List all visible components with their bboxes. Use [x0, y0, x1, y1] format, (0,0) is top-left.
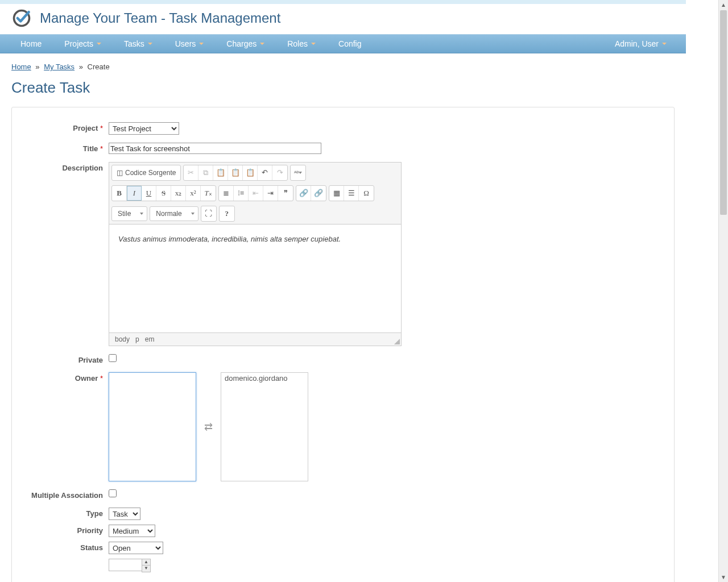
caret-down-icon: [662, 43, 667, 45]
form-panel: Project * Test Project Title * De: [11, 107, 675, 582]
breadcrumb-home[interactable]: Home: [11, 63, 31, 71]
owner-selected-listbox[interactable]: domenico.giordano: [221, 372, 308, 481]
navbar: HomeProjectsTasksUsersChargesRolesConfig…: [0, 34, 686, 53]
subscript-icon[interactable]: x₂: [171, 186, 186, 201]
chevron-down-icon: [140, 213, 143, 215]
nav-item-tasks[interactable]: Tasks: [113, 35, 164, 53]
paste-icon[interactable]: 📋: [213, 165, 228, 180]
page-title: Create Task: [11, 79, 675, 97]
nav-label: Roles: [287, 39, 308, 48]
status-select[interactable]: Open: [109, 542, 163, 554]
link-icon[interactable]: 🔗: [296, 186, 311, 201]
undo-icon[interactable]: ↶: [258, 165, 272, 180]
number-stepper-input[interactable]: [109, 559, 142, 571]
copy-icon[interactable]: ⧉: [198, 165, 213, 180]
label-type: Type: [23, 508, 109, 518]
editor-toolbar: ◫ Codice Sorgente ✂ ⧉ 📋 📋 📋 ↶: [109, 163, 401, 225]
nav-user-menu[interactable]: Admin, User: [603, 35, 678, 53]
priority-select[interactable]: Medium: [109, 525, 155, 537]
label-private: Private: [23, 354, 109, 364]
label-owner: Owner *: [23, 372, 109, 383]
strike-icon[interactable]: S: [156, 186, 171, 201]
title-input[interactable]: [109, 143, 321, 154]
type-select[interactable]: Task: [109, 508, 140, 520]
nav-item-charges[interactable]: Charges: [215, 35, 276, 53]
nav-label: Tasks: [124, 39, 144, 48]
label-priority: Priority: [23, 525, 109, 535]
resize-handle-icon[interactable]: [394, 339, 400, 344]
breadcrumb-sep: »: [33, 63, 42, 71]
bulleted-list-icon[interactable]: ⁝≡: [234, 186, 249, 201]
label-project: Project *: [23, 122, 109, 132]
scroll-down-icon[interactable]: ▼: [719, 572, 728, 582]
caret-down-icon: [311, 43, 316, 45]
path-p[interactable]: p: [135, 335, 139, 343]
nav-item-projects[interactable]: Projects: [53, 35, 113, 53]
format-dropdown[interactable]: Normale: [150, 206, 198, 221]
nav-item-users[interactable]: Users: [164, 35, 216, 53]
nav-label: Config: [338, 39, 361, 48]
paste-word-icon[interactable]: 📋: [243, 165, 258, 180]
special-char-icon[interactable]: Ω: [359, 186, 374, 201]
underline-icon[interactable]: U: [142, 186, 156, 201]
source-icon: ◫: [117, 169, 123, 177]
editor-body[interactable]: Vastus animus immoderata, incredibilia, …: [109, 225, 401, 332]
nav-item-config[interactable]: Config: [327, 35, 373, 53]
scroll-thumb[interactable]: [720, 10, 727, 215]
nav-item-home[interactable]: Home: [9, 35, 53, 53]
blockquote-icon[interactable]: ❞: [278, 186, 293, 201]
caret-down-icon: [199, 43, 204, 45]
stepper-down-icon[interactable]: ▼: [142, 566, 150, 572]
page-scrollbar[interactable]: ▲ ▼: [718, 0, 728, 582]
label-status: Status: [23, 542, 109, 552]
nav-label: Projects: [64, 39, 93, 48]
breadcrumb-sep: »: [77, 63, 85, 71]
spellcheck-icon[interactable]: ᴬᴮ: [291, 165, 305, 180]
source-button[interactable]: ◫ Codice Sorgente: [112, 165, 180, 180]
nav-label: Home: [20, 39, 42, 48]
path-em[interactable]: em: [145, 335, 155, 343]
maximize-icon[interactable]: ⛶: [201, 206, 216, 221]
outdent-icon[interactable]: ⇤: [249, 186, 263, 201]
indent-icon[interactable]: ⇥: [263, 186, 278, 201]
cut-icon[interactable]: ✂: [184, 165, 198, 180]
remove-format-icon[interactable]: Tₓ: [201, 186, 216, 201]
nav-user-label: Admin, User: [615, 39, 659, 48]
table-icon[interactable]: ▦: [329, 186, 344, 201]
multiple-association-checkbox[interactable]: [109, 489, 117, 497]
styles-dropdown[interactable]: Stile: [111, 206, 147, 221]
owner-dual-list: ⇄ domenico.giordano: [109, 372, 308, 481]
app-title: Manage Your Team - Task Management: [40, 10, 280, 26]
top-strip: [0, 0, 686, 5]
hr-icon[interactable]: ☰: [344, 186, 359, 201]
unlink-icon[interactable]: 🔗̸: [311, 186, 326, 201]
label-title: Title *: [23, 143, 109, 153]
editor-content: Vastus animus immoderata, incredibilia, …: [118, 235, 341, 243]
numbered-list-icon[interactable]: ≣: [219, 186, 234, 201]
caret-down-icon: [148, 43, 152, 45]
breadcrumb: Home » My Tasks » Create: [11, 59, 675, 79]
nav-item-roles[interactable]: Roles: [276, 35, 327, 53]
superscript-icon[interactable]: x²: [186, 186, 201, 201]
scroll-up-icon[interactable]: ▲: [719, 0, 728, 10]
breadcrumb-current: Create: [88, 63, 110, 71]
italic-icon[interactable]: I: [127, 186, 142, 201]
chevron-down-icon: [191, 213, 195, 215]
project-select[interactable]: Test Project: [109, 122, 179, 135]
editor-path: body p em: [109, 332, 401, 346]
breadcrumb-mytasks[interactable]: My Tasks: [44, 63, 75, 71]
paste-text-icon[interactable]: 📋: [228, 165, 243, 180]
swap-icon[interactable]: ⇄: [204, 421, 213, 433]
owner-available-listbox[interactable]: [109, 372, 196, 481]
stepper-up-icon[interactable]: ▲: [142, 559, 150, 566]
help-icon[interactable]: ?: [220, 206, 234, 221]
label-description: Description: [23, 162, 109, 172]
list-item[interactable]: domenico.giordano: [221, 373, 308, 384]
private-checkbox[interactable]: [109, 354, 117, 362]
path-body[interactable]: body: [115, 335, 130, 343]
caret-down-icon: [97, 43, 101, 45]
bold-icon[interactable]: B: [112, 186, 127, 201]
label-multiple-association: Multiple Association: [23, 489, 109, 500]
label-partial: [23, 559, 109, 560]
redo-icon[interactable]: ↷: [272, 165, 287, 180]
